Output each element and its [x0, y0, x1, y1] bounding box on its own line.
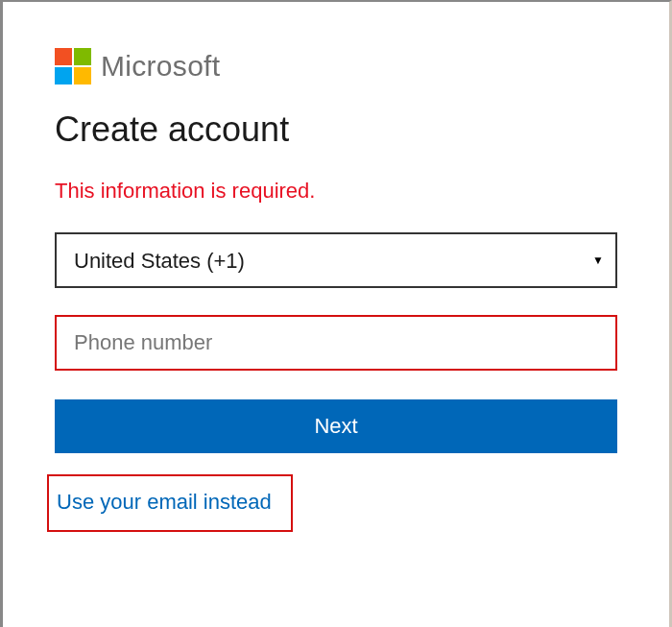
brand-name: Microsoft	[101, 50, 220, 83]
page-title: Create account	[55, 109, 617, 150]
country-code-select[interactable]: United States (+1)	[55, 232, 617, 288]
use-email-instead-link[interactable]: Use your email instead	[57, 490, 272, 514]
email-link-highlight: Use your email instead	[47, 474, 293, 532]
next-button[interactable]: Next	[55, 399, 617, 453]
microsoft-logo-icon	[55, 48, 91, 84]
error-message: This information is required.	[55, 179, 617, 204]
phone-number-input[interactable]	[55, 315, 617, 371]
brand-header: Microsoft	[55, 48, 617, 84]
